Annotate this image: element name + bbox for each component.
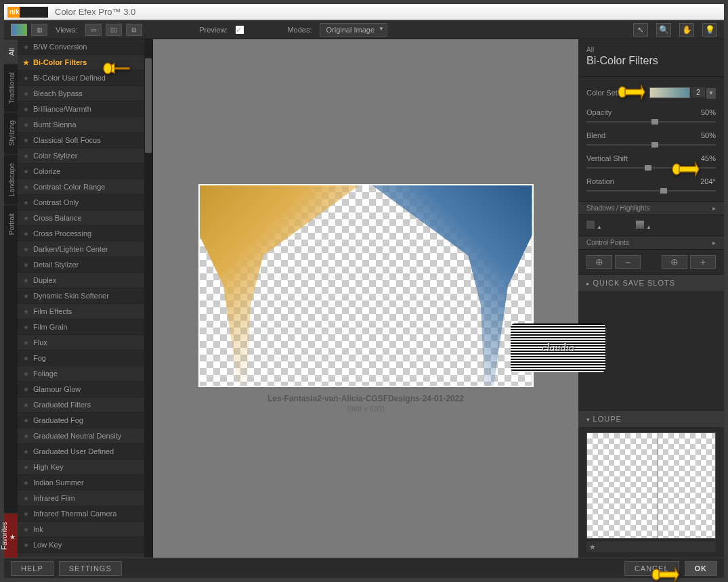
- layout-split-h-icon[interactable]: ⊟: [126, 24, 142, 36]
- title-bar: nik Color Efex Pro™ 3.0: [4, 4, 724, 20]
- filter-item[interactable]: Bi-Color Filters: [18, 55, 152, 70]
- loupe-footer: ★: [586, 541, 716, 552]
- remove-control-point-button[interactable]: −: [615, 255, 641, 269]
- filter-item[interactable]: Brilliance/Warmth: [18, 102, 152, 117]
- layout-single-icon[interactable]: ▭: [85, 24, 102, 36]
- loupe-star-icon[interactable]: ★: [589, 543, 596, 552]
- quick-save-header[interactable]: QUICK SAVE SLOTS: [578, 274, 724, 291]
- panel-category: All: [586, 46, 716, 53]
- settings-button[interactable]: SETTINGS: [59, 561, 122, 576]
- rotation-label: Rotation: [586, 177, 614, 185]
- zoom-tool-icon[interactable]: 🔍: [656, 23, 671, 37]
- filter-item[interactable]: High Key: [18, 460, 152, 475]
- help-button[interactable]: HELP: [11, 561, 53, 576]
- filter-item[interactable]: Cross Balance: [18, 210, 152, 226]
- preview-overlay-right: [372, 185, 532, 386]
- modes-label: Modes:: [287, 26, 312, 34]
- filter-item[interactable]: Cross Processing: [18, 226, 152, 242]
- shadows-highlights-header[interactable]: Shadows / Highlights▸: [578, 201, 724, 215]
- filter-item[interactable]: Low Key: [18, 537, 152, 553]
- filter-item[interactable]: Duplex: [18, 273, 152, 288]
- rotation-slider[interactable]: [586, 190, 716, 192]
- colorset-value: 2: [691, 87, 705, 97]
- scrollbar-track[interactable]: [144, 39, 152, 558]
- opacity-slider[interactable]: [586, 121, 716, 122]
- add-control-point-button[interactable]: ⊕: [586, 255, 612, 269]
- filter-item[interactable]: Flux: [18, 335, 152, 351]
- filter-item[interactable]: Darken/Lighten Center: [18, 242, 152, 257]
- tab-portrait[interactable]: Portrait: [4, 204, 18, 243]
- filter-item[interactable]: Foliage: [18, 366, 152, 382]
- filter-item[interactable]: Classical Soft Focus: [18, 133, 152, 148]
- preview-area: Les-Fantasia2-van-Alicia-CGSFDesigns-24-…: [153, 39, 578, 558]
- filter-item[interactable]: Film Effects: [18, 304, 152, 319]
- filter-list[interactable]: B/W ConversionBi-Color FiltersBi-Color U…: [18, 39, 153, 558]
- nik-logo: nik: [7, 7, 48, 18]
- toolbar: ▥ Views: ▭ ▯▯ ⊟ Preview: ✓ Modes: Origin…: [4, 20, 724, 39]
- filter-item[interactable]: Infrared Thermal Camera: [18, 506, 152, 522]
- watermark: [511, 323, 605, 372]
- filter-item[interactable]: Glamour Glow: [18, 382, 152, 397]
- tab-landscape[interactable]: Landscape: [4, 154, 18, 204]
- view-mode-icon-2[interactable]: ▥: [31, 24, 47, 36]
- right-panel: All Bi-Color Filters Color Set 2▼ Opacit…: [578, 39, 724, 558]
- filter-item[interactable]: Graduated User Defined: [18, 444, 152, 460]
- colorset-label: Color Set: [586, 89, 618, 97]
- filter-item[interactable]: Bleach Bypass: [18, 86, 152, 102]
- cp-button-4[interactable]: +: [690, 255, 716, 269]
- loupe-divider: [658, 433, 658, 538]
- preview-label: Preview:: [199, 26, 228, 34]
- filter-item[interactable]: Detail Stylizer: [18, 257, 152, 273]
- modes-dropdown[interactable]: Original Image: [320, 23, 387, 37]
- shadows-checkbox[interactable]: [586, 221, 595, 229]
- bottom-bar: HELP SETTINGS CANCEL OK: [4, 558, 724, 578]
- cancel-button[interactable]: CANCEL: [624, 561, 679, 576]
- highlights-checkbox[interactable]: [636, 221, 644, 229]
- cp-button-3[interactable]: ⊕: [662, 255, 687, 269]
- filter-item[interactable]: Film Grain: [18, 319, 152, 335]
- preview-filename: Les-Fantasia2-van-Alicia-CGSFDesigns-24-…: [267, 394, 464, 403]
- hand-tool-icon[interactable]: ✋: [679, 23, 694, 37]
- view-mode-icon-1[interactable]: [11, 24, 27, 36]
- filter-item[interactable]: Colorize: [18, 164, 152, 179]
- filter-item[interactable]: Graduated Filters: [18, 397, 152, 413]
- filter-item[interactable]: Bi-Color User Defined: [18, 70, 152, 86]
- tab-stylizing[interactable]: Stylizing: [4, 112, 18, 154]
- filter-item[interactable]: Midnight: [18, 553, 152, 558]
- bulb-tool-icon[interactable]: 💡: [702, 23, 717, 37]
- tab-all[interactable]: All: [4, 39, 18, 64]
- scrollbar-thumb[interactable]: [145, 58, 152, 153]
- tab-traditional[interactable]: Traditional: [4, 64, 18, 112]
- filter-item[interactable]: B/W Conversion: [18, 39, 152, 55]
- ok-button[interactable]: OK: [685, 561, 718, 576]
- blend-label: Blend: [586, 131, 605, 139]
- loupe-preview[interactable]: [586, 432, 716, 539]
- rotation-value: 204°: [700, 177, 716, 185]
- preview-checkbox[interactable]: ✓: [236, 26, 244, 34]
- pointer-tool-icon[interactable]: ↖: [633, 23, 648, 37]
- blend-slider[interactable]: [586, 144, 716, 146]
- filter-item[interactable]: Graduated Fog: [18, 413, 152, 428]
- control-points-header[interactable]: Control Points▸: [578, 236, 724, 250]
- panel-title: Bi-Color Filters: [586, 55, 716, 67]
- filter-item[interactable]: Graduated Neutral Density: [18, 428, 152, 444]
- vshift-value: 45%: [701, 154, 716, 162]
- filter-item[interactable]: Dynamic Skin Softener: [18, 288, 152, 304]
- views-label: Views:: [56, 26, 77, 34]
- filter-item[interactable]: Indian Summer: [18, 475, 152, 491]
- filter-item[interactable]: Fog: [18, 351, 152, 366]
- layout-split-v-icon[interactable]: ▯▯: [106, 24, 122, 36]
- tab-favorites[interactable]: Favorites: [4, 513, 18, 558]
- colorset-swatch[interactable]: [649, 87, 690, 98]
- opacity-value: 50%: [701, 108, 716, 116]
- filter-item[interactable]: Infrared Film: [18, 491, 152, 506]
- vshift-slider[interactable]: [586, 167, 716, 169]
- filter-item[interactable]: Contrast Only: [18, 195, 152, 210]
- filter-item[interactable]: Contrast Color Range: [18, 179, 152, 195]
- loupe-header[interactable]: LOUPE: [578, 410, 724, 427]
- filter-item[interactable]: Burnt Sienna: [18, 117, 152, 133]
- filter-item[interactable]: Color Stylizer: [18, 148, 152, 164]
- filter-item[interactable]: Ink: [18, 522, 152, 537]
- opacity-label: Opacity: [586, 108, 612, 116]
- colorset-dropdown-icon[interactable]: ▼: [706, 88, 716, 99]
